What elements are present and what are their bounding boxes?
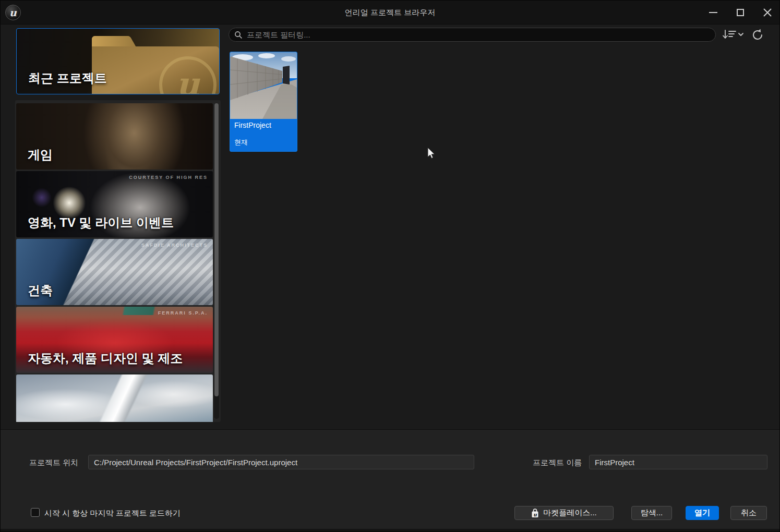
footer-panel: 프로젝트 위치 프로젝트 이름 시작 시 항상 마지막 프로젝트 로드하기 u … <box>1 430 779 529</box>
project-status-badge: 현재 <box>234 138 248 147</box>
category-tile-film-tv[interactable]: COURTESY OF HIGH RES 영화, TV 및 라이브 이벤트 <box>16 171 213 237</box>
unreal-project-browser-window: u 언리얼 프로젝트 브라우저 <box>0 0 780 532</box>
window-bottom-edge <box>1 529 779 531</box>
open-button-label: 열기 <box>694 508 710 518</box>
category-tile-architecture[interactable]: SAFDIE ARCHITECTS 건축 <box>16 239 213 305</box>
marketplace-button[interactable]: u 마켓플레이스... <box>514 506 614 520</box>
close-button[interactable] <box>760 5 775 20</box>
browse-button-label: 탐색... <box>641 508 663 518</box>
category-label: 건축 <box>28 282 53 299</box>
cancel-button[interactable]: 취소 <box>730 506 767 520</box>
category-label: 영화, TV 및 라이브 이벤트 <box>28 214 174 231</box>
project-location-label: 프로젝트 위치 <box>29 458 78 468</box>
marketplace-button-label: 마켓플레이스... <box>543 508 597 518</box>
mouse-cursor <box>427 147 436 160</box>
category-credit: COURTESY OF HIGH RES <box>129 175 208 180</box>
project-name-label: 프로젝트 이름 <box>533 458 582 468</box>
browse-button[interactable]: 탐색... <box>631 506 672 520</box>
scrollbar-thumb[interactable] <box>214 103 219 396</box>
svg-text:u: u <box>533 511 537 517</box>
category-scrollbar[interactable] <box>214 103 219 419</box>
project-thumbnail <box>230 52 297 119</box>
sort-button[interactable] <box>722 28 745 41</box>
refresh-button[interactable] <box>751 28 764 42</box>
maximize-button[interactable] <box>733 5 748 20</box>
maximize-icon <box>737 9 744 16</box>
close-icon <box>763 8 772 17</box>
project-location-field[interactable] <box>88 455 474 469</box>
cancel-button-label: 취소 <box>741 508 757 518</box>
svg-text:u: u <box>176 65 200 94</box>
open-button[interactable]: 열기 <box>686 506 719 520</box>
category-list: 게임 COURTESY OF HIGH RES 영화, TV 및 라이브 이벤트… <box>15 100 221 422</box>
project-filter-input[interactable] <box>247 30 710 39</box>
minimize-icon <box>709 12 717 13</box>
search-icon <box>234 31 243 39</box>
project-name-field[interactable] <box>589 455 767 469</box>
category-tile-automotive[interactable]: FERRARI S.P.A. 자동차, 제품 디자인 및 제조 <box>16 307 213 373</box>
minimize-button[interactable] <box>705 5 721 20</box>
category-label: 게임 <box>28 147 53 163</box>
category-credit: FERRARI S.P.A. <box>158 310 208 316</box>
category-label: 자동차, 제품 디자인 및 제조 <box>28 350 183 367</box>
autoload-label: 시작 시 항상 마지막 프로젝트 로드하기 <box>44 509 181 518</box>
project-filter-bar <box>229 28 716 42</box>
category-tile-games[interactable]: 게임 <box>16 103 213 170</box>
sort-icon <box>722 28 745 41</box>
project-card-firstproject[interactable]: FirstProject 현재 <box>230 52 297 152</box>
recent-projects-label: 최근 프로젝트 <box>28 70 107 87</box>
project-name: FirstProject <box>234 121 271 129</box>
recent-projects-tile[interactable]: u 최근 프로젝트 <box>16 28 220 94</box>
category-tile-simulation[interactable] <box>16 374 213 422</box>
window-title: 언리얼 프로젝트 브라우저 <box>1 1 779 25</box>
refresh-icon <box>751 28 764 42</box>
category-credit: SAFDIE ARCHITECTS <box>141 243 208 248</box>
autoload-checkbox[interactable] <box>31 508 40 517</box>
title-bar: u 언리얼 프로젝트 브라우저 <box>1 1 779 25</box>
gold-folder-icon: u <box>88 32 220 94</box>
marketplace-bag-icon: u <box>531 509 539 518</box>
